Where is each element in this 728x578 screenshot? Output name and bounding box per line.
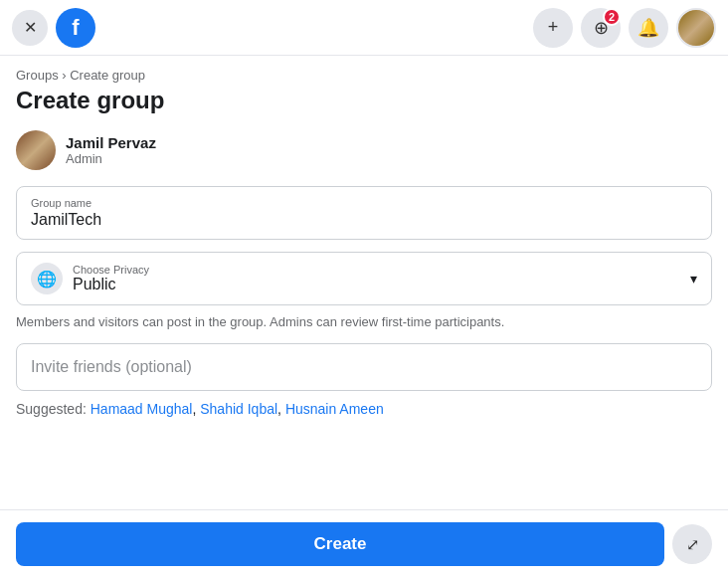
- profile-avatar: [678, 10, 714, 46]
- header-right: + ⊕ 2 🔔: [533, 8, 716, 48]
- user-name: Jamil Pervaz: [66, 134, 156, 151]
- privacy-description: Members and visitors can post in the gro…: [16, 313, 712, 331]
- notifications-button[interactable]: 🔔: [629, 8, 668, 48]
- group-name-label: Group name: [31, 197, 697, 209]
- fb-logo-letter: f: [72, 15, 79, 41]
- expand-button[interactable]: ⤢: [672, 524, 712, 564]
- privacy-text: Choose Privacy Public: [73, 264, 690, 293]
- group-name-input[interactable]: [31, 211, 697, 229]
- messenger-button[interactable]: ⊕ 2: [581, 8, 621, 48]
- user-details: Jamil Pervaz Admin: [66, 134, 156, 166]
- group-name-field[interactable]: Group name: [16, 186, 712, 240]
- suggested-friend-3[interactable]: Husnain Ameen: [285, 401, 384, 417]
- suggested-friend-1[interactable]: Hamaad Mughal: [91, 401, 193, 417]
- main-content: Groups › Create group Create group Jamil…: [0, 56, 728, 441]
- suggested-section: Suggested: Hamaad Mughal, Shahid Iqbal, …: [16, 401, 712, 417]
- breadcrumb: Groups › Create group: [16, 68, 712, 83]
- privacy-value: Public: [73, 276, 690, 293]
- user-info: Jamil Pervaz Admin: [16, 130, 712, 170]
- facebook-logo: f: [56, 8, 95, 48]
- add-button[interactable]: +: [533, 8, 573, 48]
- close-button[interactable]: ✕: [12, 10, 48, 46]
- user-role: Admin: [66, 151, 156, 166]
- bell-icon: 🔔: [637, 17, 659, 39]
- invite-placeholder: Invite friends (optional): [31, 358, 192, 375]
- add-icon: +: [548, 17, 559, 38]
- user-avatar: [16, 130, 56, 170]
- close-icon: ✕: [24, 18, 37, 37]
- chevron-down-icon: ▾: [690, 271, 697, 287]
- header: ✕ f + ⊕ 2 🔔: [0, 0, 728, 56]
- privacy-field[interactable]: 🌐 Choose Privacy Public ▾: [16, 252, 712, 305]
- create-button[interactable]: Create: [16, 522, 664, 566]
- globe-icon: 🌐: [31, 263, 63, 294]
- suggested-friend-2[interactable]: Shahid Iqbal: [200, 401, 277, 417]
- privacy-label: Choose Privacy: [73, 264, 690, 276]
- page-title: Create group: [16, 87, 712, 114]
- expand-icon: ⤢: [686, 535, 699, 554]
- profile-avatar-button[interactable]: [676, 8, 716, 48]
- invite-field[interactable]: Invite friends (optional): [16, 343, 712, 391]
- bottom-bar: Create ⤢: [0, 509, 728, 578]
- suggested-label: Suggested:: [16, 401, 87, 417]
- header-left: ✕ f: [12, 8, 95, 48]
- messenger-badge: 2: [603, 8, 621, 26]
